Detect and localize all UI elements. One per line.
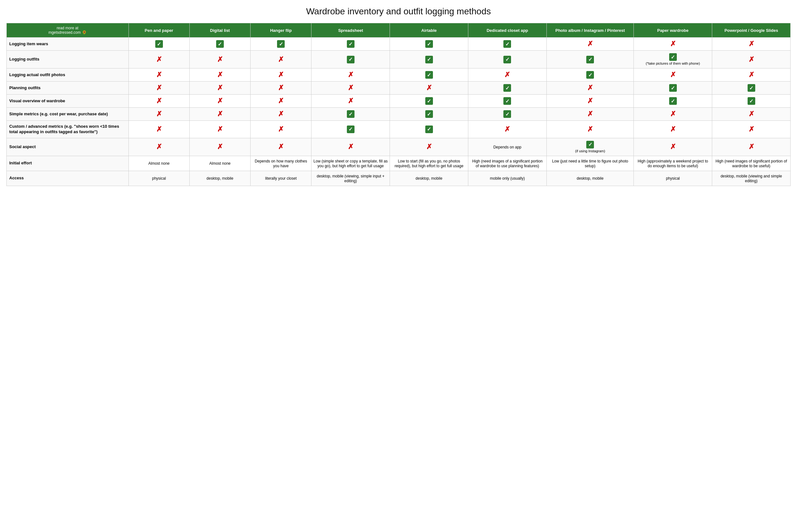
access-text: desktop, mobile (viewing, simple input +… (317, 174, 384, 183)
cell-planning-photo: ✗ (546, 81, 633, 95)
check-icon: ✓ (425, 97, 433, 105)
check-icon: ✓ (747, 97, 755, 105)
cross-icon: ✗ (278, 110, 284, 118)
cross-icon: ✗ (156, 125, 162, 133)
cross-icon: ✗ (348, 84, 354, 92)
cell-effort-pen: Almost none (128, 156, 189, 171)
cross-icon: ✗ (156, 143, 162, 151)
check-icon: ✓ (425, 126, 433, 133)
cross-icon: ✗ (670, 40, 676, 48)
table-row: Simple metrics (e.g. cost per wear, purc… (7, 108, 791, 121)
check-icon: ✓ (586, 71, 594, 79)
effort-text: High (need images of a significant porti… (472, 159, 543, 168)
cell-effort-digital: Almost none (189, 156, 250, 171)
cell-logging-item-digital: ✓ (189, 38, 250, 51)
effort-text: Low (simple sheet or copy a template, fi… (313, 159, 388, 168)
check-icon: ✓ (586, 56, 594, 63)
cell-planning-dedicated: ✓ (468, 81, 547, 95)
header-first-cell: read more atmgetsdressed.com 🌻 (7, 23, 129, 38)
cross-icon: ✗ (504, 71, 510, 79)
cross-icon: ✗ (587, 125, 593, 133)
cell-simple-dedicated: ✓ (468, 108, 547, 121)
check-icon: ✓ (425, 56, 433, 63)
cross-icon: ✗ (348, 143, 354, 151)
effort-text: Almost none (148, 161, 170, 166)
cell-social-digital: ✗ (189, 138, 250, 156)
row-label-logging-outfits: Logging outfits (7, 51, 129, 69)
cross-icon: ✗ (278, 125, 284, 133)
cell-custom-pen: ✗ (128, 121, 189, 138)
cross-icon: ✗ (156, 55, 162, 63)
check-icon: ✓ (503, 97, 511, 105)
row-label-access: Access (7, 171, 129, 186)
check-icon: ✓ (503, 56, 511, 63)
cell-visual-digital: ✗ (189, 95, 250, 108)
cell-social-ppt: ✗ (712, 138, 791, 156)
row-label-logging-outfit-photos: Logging actual outfit photos (7, 69, 129, 81)
check-icon: ✓ (277, 40, 285, 48)
cell-custom-photo: ✗ (546, 121, 633, 138)
cell-simple-hanger: ✗ (251, 108, 312, 121)
check-icon: ✓ (347, 40, 354, 48)
cell-effort-spreadsheet: Low (simple sheet or copy a template, fi… (312, 156, 390, 171)
cell-access-airtable: desktop, mobile (390, 171, 468, 186)
check-icon: ✓ (586, 141, 594, 149)
table-row: Social aspect ✗ ✗ ✗ ✗ ✗ Depends on app ✓… (7, 138, 791, 156)
check-icon: ✓ (425, 110, 433, 118)
cell-visual-pen: ✗ (128, 95, 189, 108)
cell-access-hanger: literally your closet (251, 171, 312, 186)
cross-icon: ✗ (278, 97, 284, 105)
cell-visual-airtable: ✓ (390, 95, 468, 108)
table-row: Visual overview of wardrobe ✗ ✗ ✗ ✗ ✓ ✓ … (7, 95, 791, 108)
row-label-simple-metrics: Simple metrics (e.g. cost per wear, purc… (7, 108, 129, 121)
cross-icon: ✗ (748, 71, 754, 79)
cross-icon: ✗ (217, 143, 223, 151)
col-header-pen-paper: Pen and paper (128, 23, 189, 38)
row-label-social: Social aspect (7, 138, 129, 156)
cell-outfits-paper: ✓(*take pictures of them with phone) (634, 51, 712, 69)
cell-visual-dedicated: ✓ (468, 95, 547, 108)
access-text: physical (666, 176, 680, 180)
cross-icon: ✗ (670, 125, 676, 133)
cell-effort-ppt: High (need images of significant portion… (712, 156, 791, 171)
cell-access-photo: desktop, mobile (546, 171, 633, 186)
check-icon: ✓ (503, 84, 511, 92)
cell-social-hanger: ✗ (251, 138, 312, 156)
check-icon: ✓ (669, 97, 677, 105)
cross-icon: ✗ (348, 71, 354, 79)
check-icon: ✓ (503, 40, 511, 48)
check-note-text: ✓(if using Instagram) (575, 143, 605, 153)
cell-social-paper: ✗ (634, 138, 712, 156)
cross-icon: ✗ (217, 55, 223, 63)
table-row: Custom / advanced metrics (e.g. "shoes w… (7, 121, 791, 138)
cell-access-spreadsheet: desktop, mobile (viewing, simple input +… (312, 171, 390, 186)
check-icon: ✓ (347, 56, 354, 63)
cross-icon: ✗ (426, 84, 432, 92)
cross-icon: ✗ (217, 97, 223, 105)
col-header-airtable: Airtable (390, 23, 468, 38)
access-text: desktop, mobile (577, 176, 604, 180)
check-icon: ✓ (425, 71, 433, 79)
cell-planning-digital: ✗ (189, 81, 250, 95)
cross-icon: ✗ (670, 110, 676, 118)
cell-planning-airtable: ✗ (390, 81, 468, 95)
cell-access-ppt: desktop, mobile (viewing and simple edit… (712, 171, 791, 186)
cell-planning-ppt: ✓ (712, 81, 791, 95)
effort-text: Low (just need a little time to figure o… (552, 159, 628, 168)
table-row: Logging item wears ✓ ✓ ✓ ✓ ✓ ✓ ✗ ✗ ✗ (7, 38, 791, 51)
sunflower-icon: 🌻 (82, 30, 87, 35)
table-row: Access physical desktop, mobile literall… (7, 171, 791, 186)
cross-icon: ✗ (278, 55, 284, 63)
cross-icon: ✗ (670, 143, 676, 151)
cell-logging-item-airtable: ✓ (390, 38, 468, 51)
col-header-digital-list: Digital list (189, 23, 250, 38)
cell-access-digital: desktop, mobile (189, 171, 250, 186)
cell-effort-hanger: Depends on how many clothes you have (251, 156, 312, 171)
comparison-table: read more atmgetsdressed.com 🌻 Pen and p… (6, 23, 791, 186)
cell-logging-item-spreadsheet: ✓ (312, 38, 390, 51)
cross-icon: ✗ (156, 110, 162, 118)
cell-custom-dedicated: ✗ (468, 121, 547, 138)
cell-outfits-airtable: ✓ (390, 51, 468, 69)
cell-photos-digital: ✗ (189, 69, 250, 81)
cell-simple-digital: ✗ (189, 108, 250, 121)
